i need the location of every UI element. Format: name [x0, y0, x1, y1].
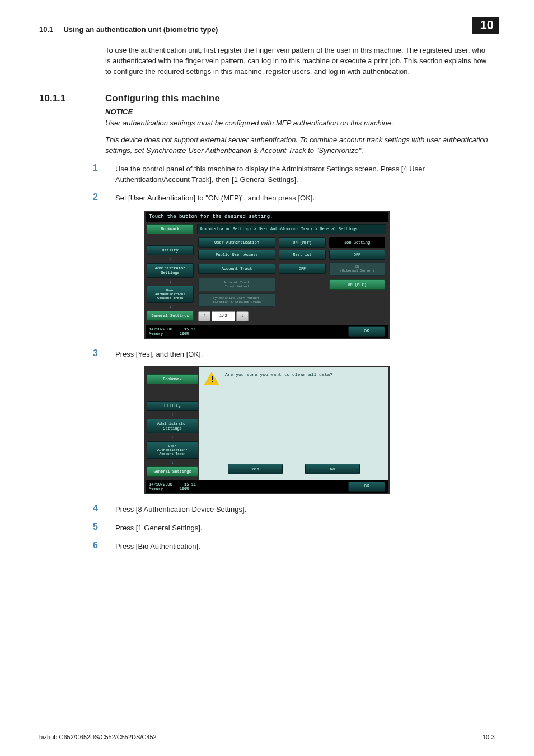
sidebar-utility[interactable]: Utility: [147, 401, 198, 411]
chapter-number-box: 10: [472, 17, 499, 34]
sidebar-user-auth-track[interactable]: User Authentication/ Account Track: [147, 441, 198, 459]
footer-mem-pct: 100%: [180, 487, 189, 491]
public-user-access-button[interactable]: Public User Access: [198, 250, 275, 260]
sidebar-general-settings[interactable]: General Settings: [147, 466, 198, 477]
step-2: 2 Set [User Authentication] to "ON (MFP)…: [93, 192, 495, 204]
running-header: 10.1 Using an authentication unit (biome…: [39, 17, 495, 35]
subheading-title: Configuring this machine: [105, 93, 220, 104]
mfp1-sidebar: Bookmark Utility ↓ Administrator Setting…: [146, 222, 195, 325]
job-setting-on-mfp[interactable]: ON (MFP): [329, 279, 385, 290]
intro-paragraph: To use the authentication unit, first re…: [105, 45, 489, 77]
step-3-text: Press [Yes], and then [OK].: [115, 348, 495, 360]
step-4-num: 4: [93, 503, 115, 515]
step-1: 1 Use the control panel of this machine …: [93, 163, 495, 185]
mfp1-main: Administrator Settings > User Auth/Accou…: [195, 222, 388, 325]
sidebar-admin-settings[interactable]: Administrator Settings: [147, 263, 194, 278]
public-user-value: Restrict: [279, 250, 326, 260]
step-2-text: Set [User Authentication] to "ON (MFP)",…: [115, 192, 495, 204]
mfp1-breadcrumb: Administrator Settings > User Auth/Accou…: [197, 224, 386, 234]
arrow-down-icon: ↓: [147, 435, 198, 440]
footer-model: bizhub C652/C652DS/C552/C552DS/C452: [39, 734, 157, 740]
subheading: 10.1.1 Configuring this machine: [39, 93, 495, 104]
footer-mem-label: Memory: [149, 487, 163, 491]
sidebar-bookmark[interactable]: Bookmark: [147, 224, 194, 234]
step-3-num: 3: [93, 348, 115, 360]
footer-date: 14/10/2008: [149, 327, 172, 332]
no-button[interactable]: No: [305, 464, 360, 474]
header-section-title: Using an authentication unit (biometric …: [63, 25, 218, 34]
notice-label: NOTICE: [105, 108, 495, 116]
yes-button[interactable]: Yes: [228, 464, 283, 474]
page-down-button[interactable]: ↓: [236, 311, 249, 321]
job-setting-on-ext: ON (External Server): [329, 262, 385, 276]
notice-line1: User authentication settings must be con…: [105, 118, 495, 129]
step-4-text: Press [8 Authentication Device Settings]…: [115, 503, 495, 515]
step-6-text: Press [Bio Authentication].: [115, 540, 495, 552]
step-1-text: Use the control panel of this machine to…: [115, 163, 495, 185]
sidebar-general-settings[interactable]: General Settings: [147, 311, 194, 321]
footer-time: 15:11: [184, 482, 196, 487]
step-5-num: 5: [93, 522, 115, 534]
step-6: 6 Press [Bio Authentication].: [93, 540, 495, 552]
mfp1-footer: 14/10/2008 15:11 Memory 100% OK: [146, 325, 388, 338]
footer-datetime: 14/10/2008 15:11 Memory 100%: [149, 327, 196, 336]
mfp1-topbar: Touch the button for the desired setting…: [146, 212, 388, 222]
step-5: 5 Press [1 General Settings].: [93, 522, 495, 534]
mfp2-sidebar: Bookmark Utility ↓ Administrator Setting…: [146, 367, 199, 480]
user-auth-value: ON (MFP): [279, 237, 326, 248]
step-4: 4 Press [8 Authentication Device Setting…: [93, 503, 495, 515]
job-setting-label: Job Setting: [329, 237, 385, 248]
footer-mem-label: Memory: [149, 332, 163, 336]
step-5-text: Press [1 General Settings].: [115, 522, 495, 534]
sidebar-bookmark[interactable]: Bookmark: [147, 374, 198, 384]
user-auth-button[interactable]: User Authentication: [198, 237, 275, 248]
footer-date: 14/10/2008: [149, 482, 172, 487]
arrow-down-icon: ↓: [147, 413, 198, 417]
page-up-button[interactable]: ↑: [198, 311, 210, 321]
job-setting-off[interactable]: OFF: [329, 250, 385, 260]
mfp-screen-confirm-clear: Bookmark Utility ↓ Administrator Setting…: [144, 366, 390, 494]
page-indicator: 1/2: [212, 311, 235, 321]
arrow-down-icon: ↓: [147, 279, 194, 284]
step-1-num: 1: [93, 163, 115, 185]
mfp1-pager: ↑ 1/2 ↓: [198, 311, 385, 321]
yes-no-row: Yes No: [199, 464, 388, 474]
header-section: 10.1 Using an authentication unit (biome…: [39, 25, 472, 34]
mfp2-main: ! Are you sure you want to clear all dat…: [199, 367, 388, 480]
notice-line2: This device does not support external se…: [105, 135, 495, 156]
warning-text: Are you sure you want to clear all data?: [225, 372, 332, 377]
account-track-value: OFF: [279, 264, 326, 274]
step-6-num: 6: [93, 540, 115, 552]
arrow-down-icon: ↓: [147, 305, 194, 309]
sidebar-admin-settings[interactable]: Administrator Settings: [147, 419, 198, 433]
header-section-num: 10.1: [39, 25, 53, 34]
step-2-num: 2: [93, 192, 115, 204]
footer-datetime: 14/10/2008 15:11 Memory 100%: [149, 482, 196, 491]
sidebar-user-auth-track[interactable]: User Authentication/ Account Track: [147, 286, 194, 303]
account-track-button[interactable]: Account Track: [198, 264, 275, 274]
footer-page-num: 10-3: [483, 734, 495, 740]
ok-button[interactable]: OK: [348, 482, 385, 492]
subheading-num: 10.1.1: [39, 93, 105, 104]
ok-button[interactable]: OK: [348, 326, 385, 337]
step-3: 3 Press [Yes], and then [OK].: [93, 348, 495, 360]
arrow-down-icon: ↓: [147, 257, 194, 262]
mfp-screen-general-settings: Touch the button for the desired setting…: [144, 211, 390, 339]
footer-mem-pct: 100%: [180, 332, 189, 336]
account-track-input-button: Account Track Input Method: [198, 278, 275, 291]
mfp2-footer: 14/10/2008 15:11 Memory 100% OK: [146, 480, 388, 493]
sync-user-auth-button: Synchronize User Authen- tication & Acco…: [198, 293, 275, 307]
sidebar-utility[interactable]: Utility: [147, 245, 194, 255]
arrow-down-icon: ↓: [147, 460, 198, 465]
warning-icon: !: [204, 372, 219, 385]
footer-time: 15:11: [184, 327, 196, 332]
page-footer: bizhub C652/C652DS/C552/C552DS/C452 10-3: [39, 731, 495, 740]
